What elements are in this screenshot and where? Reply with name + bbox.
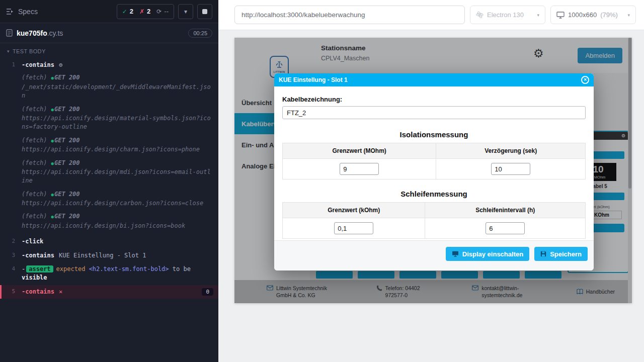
cable-name-input[interactable] xyxy=(282,106,586,119)
viewport-size: 1000x660 xyxy=(568,11,597,19)
iso-grenzwert-input[interactable] xyxy=(340,163,379,175)
command-arg: KUE Einstellung - Slot 1 xyxy=(59,252,146,259)
status-dot-icon: ● xyxy=(51,75,54,80)
iso-col-grenzwert: Grenzwert (MOhm) xyxy=(283,143,436,159)
chevron-down-icon: ▾ xyxy=(537,13,539,18)
viewport-select[interactable]: 1000x660 (79%) ▾ xyxy=(550,6,636,24)
iso-verzoegerung-input[interactable] xyxy=(491,163,530,175)
failed-stat: ✗ 2 xyxy=(139,8,150,15)
fetch-url: https://api.iconify.design/material-symb… xyxy=(22,114,211,132)
spec-bar: kue705fo.cy.ts 00:25 xyxy=(0,23,218,43)
aut-stage: LITTWIN Stationsname CPLV4_Maschen ⚙ Abm… xyxy=(218,30,644,362)
status-dot-icon: ● xyxy=(51,214,54,219)
passed-stat: ✓ 2 xyxy=(122,8,133,15)
assert-state: visible xyxy=(22,274,47,281)
save-button[interactable]: Speichern xyxy=(534,247,588,261)
status-dot-icon: ● xyxy=(51,107,54,112)
browser-select[interactable]: Electron 130 ▾ xyxy=(470,6,545,24)
command-number: 3 xyxy=(0,251,15,258)
pending-count: -- xyxy=(164,8,169,15)
command-number: 4 xyxy=(0,265,15,272)
fetch-label: (fetch) xyxy=(22,137,47,144)
browser-name: Electron 130 xyxy=(487,11,524,19)
loop-section-title: Schleifenmessung xyxy=(282,190,586,198)
command-row-contains-gear[interactable]: 1 -contains⚙ xyxy=(0,58,218,72)
close-icon[interactable]: ✕ xyxy=(581,76,589,84)
collapse-button[interactable]: ▾ xyxy=(178,4,193,19)
loop-grenzwert-input[interactable] xyxy=(334,222,373,234)
command-number: 2 xyxy=(0,237,15,244)
spec-name[interactable]: kue705fo.cy.ts xyxy=(17,29,63,37)
aut-pane: Electron 130 ▾ 1000x660 (79%) ▾ LITTWIN xyxy=(218,0,644,362)
refresh-icon: ⟳ xyxy=(156,8,162,15)
command-row-assert[interactable]: 4 -assertexpected <h2.text-sm.font-bold>… xyxy=(0,262,218,285)
command-log: 1 -contains⚙ (fetch)●GET 200 /_next/stat… xyxy=(0,58,218,299)
cypress-reporter: Specs ✓ 2 ✗ 2 ⟳ -- ▾ kue705fo.cy xyxy=(0,0,218,362)
command-method: -contains xyxy=(22,61,54,68)
loop-col-grenzwert: Grenzwert (kOhm) xyxy=(283,203,425,218)
command-method: -click xyxy=(22,238,43,245)
test-stats: ✓ 2 ✗ 2 ⟳ -- xyxy=(117,4,174,19)
modal-title: KUE Einstellung - Slot 1 xyxy=(279,76,348,83)
check-icon: ✓ xyxy=(122,8,127,15)
assert-selector: <h2.text-sm.font-bold> xyxy=(89,265,169,273)
url-input[interactable] xyxy=(234,6,465,24)
command-row-contains-failed[interactable]: 5 -contains✕ 0 xyxy=(0,285,218,299)
pending-stat: ⟳ -- xyxy=(156,8,169,15)
command-number: 5 xyxy=(2,288,15,295)
command-number: 1 xyxy=(0,61,15,68)
network-log-entry: (fetch)●GET 200 https://api.iconify.desi… xyxy=(22,105,211,132)
specs-menu-icon[interactable] xyxy=(6,8,14,15)
save-floppy-icon xyxy=(540,251,546,257)
display-on-button[interactable]: Display einschalten xyxy=(446,247,529,261)
network-log-entry: (fetch)●GET 200 /_next/static/developmen… xyxy=(22,73,211,100)
failed-count: 2 xyxy=(147,8,150,15)
fetch-url: https://api.iconify.design/carbon.json?i… xyxy=(22,199,211,208)
fetch-url: https://api.iconify.design/bi.json?icons… xyxy=(22,222,211,230)
assert-badge: assert xyxy=(26,265,53,273)
test-body-section-header[interactable]: ▾ TEST BODY xyxy=(0,43,218,58)
cypress-toolbar: Electron 130 ▾ 1000x660 (79%) ▾ xyxy=(218,0,644,30)
stop-icon xyxy=(202,9,207,14)
loop-intervall-input[interactable] xyxy=(486,222,525,234)
fetch-url: https://api.iconify.design/charm.json?ic… xyxy=(22,145,211,154)
network-log-entry: (fetch)●GET 200 https://api.iconify.desi… xyxy=(22,159,211,186)
fetch-status: GET 200 xyxy=(54,191,80,198)
loop-col-intervall: Schleifenintervall (h) xyxy=(425,203,586,218)
assert-prefix: - xyxy=(22,265,25,273)
modal-footer: Display einschalten Speichern xyxy=(274,240,594,270)
isolation-section-title: Isolationsmessung xyxy=(282,130,586,139)
iso-col-verzoegerung: Verzögerung (sek) xyxy=(436,143,586,159)
fail-cross-icon: ✕ xyxy=(59,288,62,295)
spec-duration: 00:25 xyxy=(188,29,212,38)
status-dot-icon: ● xyxy=(51,192,54,197)
assert-to: to xyxy=(173,265,180,273)
fetch-status: GET 200 xyxy=(54,137,80,144)
status-dot-icon: ● xyxy=(51,138,54,143)
command-row-click[interactable]: 2 -click xyxy=(0,235,218,248)
modal-body: Kabelbezeichnung: Isolationsmessung Gren… xyxy=(274,86,594,240)
fetch-status: GET 200 xyxy=(54,159,80,166)
fetch-status: GET 200 xyxy=(54,106,80,113)
electron-icon xyxy=(476,11,484,19)
network-log-entry: (fetch)●GET 200 https://api.iconify.desi… xyxy=(22,136,211,154)
fetch-label: (fetch) xyxy=(22,213,47,220)
command-row-contains-title[interactable]: 3 -containsKUE Einstellung - Slot 1 xyxy=(0,249,218,262)
fetch-label: (fetch) xyxy=(22,159,47,166)
chevron-down-icon: ▾ xyxy=(184,8,187,15)
fetch-status: GET 200 xyxy=(54,213,80,220)
fetch-status: GET 200 xyxy=(54,74,80,81)
specs-label[interactable]: Specs xyxy=(18,8,38,16)
fetch-label: (fetch) xyxy=(22,106,47,113)
kue-settings-modal: KUE Einstellung - Slot 1 ✕ Kabelbezeichn… xyxy=(274,73,594,270)
network-log-entry: (fetch)●GET 200 https://api.iconify.desi… xyxy=(22,190,211,208)
cable-name-label: Kabelbezeichnung: xyxy=(282,96,586,103)
fetch-label: (fetch) xyxy=(22,191,47,198)
monitor-icon xyxy=(556,12,565,19)
loop-table: Grenzwert (kOhm) Schleifenintervall (h) xyxy=(282,202,586,239)
stop-button[interactable] xyxy=(197,4,212,19)
isolation-table: Grenzwert (MOhm) Verzögerung (sek) xyxy=(282,143,586,179)
fetch-url: https://api.iconify.design/mdi.json?icon… xyxy=(22,168,211,186)
passed-count: 2 xyxy=(130,8,133,15)
gear-icon: ⚙ xyxy=(59,61,62,68)
